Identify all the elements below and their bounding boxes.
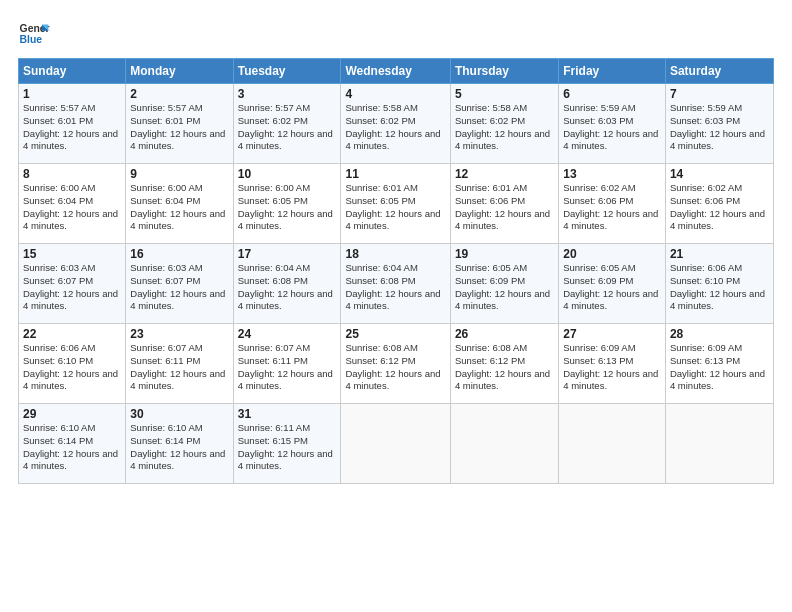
calendar-cell <box>559 404 666 484</box>
svg-text:Blue: Blue <box>20 34 43 45</box>
calendar-cell <box>665 404 773 484</box>
calendar-cell: 12Sunrise: 6:01 AMSunset: 6:06 PMDayligh… <box>450 164 558 244</box>
calendar-cell: 10Sunrise: 6:00 AMSunset: 6:05 PMDayligh… <box>233 164 341 244</box>
day-number: 27 <box>563 327 661 341</box>
calendar-cell: 27Sunrise: 6:09 AMSunset: 6:13 PMDayligh… <box>559 324 666 404</box>
day-number: 5 <box>455 87 554 101</box>
header-monday: Monday <box>126 59 233 84</box>
calendar-cell: 19Sunrise: 6:05 AMSunset: 6:09 PMDayligh… <box>450 244 558 324</box>
day-number: 24 <box>238 327 337 341</box>
week-row-3: 15Sunrise: 6:03 AMSunset: 6:07 PMDayligh… <box>19 244 774 324</box>
day-number: 18 <box>345 247 445 261</box>
day-number: 23 <box>130 327 228 341</box>
day-number: 31 <box>238 407 337 421</box>
day-info: Sunrise: 6:10 AMSunset: 6:14 PMDaylight:… <box>23 422 121 473</box>
calendar-cell <box>450 404 558 484</box>
day-info: Sunrise: 6:08 AMSunset: 6:12 PMDaylight:… <box>455 342 554 393</box>
header-tuesday: Tuesday <box>233 59 341 84</box>
calendar-cell: 29Sunrise: 6:10 AMSunset: 6:14 PMDayligh… <box>19 404 126 484</box>
day-info: Sunrise: 5:57 AMSunset: 6:01 PMDaylight:… <box>130 102 228 153</box>
day-number: 2 <box>130 87 228 101</box>
day-number: 7 <box>670 87 769 101</box>
calendar-cell: 9Sunrise: 6:00 AMSunset: 6:04 PMDaylight… <box>126 164 233 244</box>
day-info: Sunrise: 5:59 AMSunset: 6:03 PMDaylight:… <box>670 102 769 153</box>
day-number: 9 <box>130 167 228 181</box>
week-row-5: 29Sunrise: 6:10 AMSunset: 6:14 PMDayligh… <box>19 404 774 484</box>
day-info: Sunrise: 6:02 AMSunset: 6:06 PMDaylight:… <box>670 182 769 233</box>
day-number: 11 <box>345 167 445 181</box>
day-info: Sunrise: 6:08 AMSunset: 6:12 PMDaylight:… <box>345 342 445 393</box>
day-number: 10 <box>238 167 337 181</box>
calendar-page: General Blue SundayMondayTuesdayWednesda… <box>0 0 792 612</box>
day-info: Sunrise: 6:07 AMSunset: 6:11 PMDaylight:… <box>130 342 228 393</box>
calendar-cell: 5Sunrise: 5:58 AMSunset: 6:02 PMDaylight… <box>450 84 558 164</box>
day-info: Sunrise: 5:57 AMSunset: 6:01 PMDaylight:… <box>23 102 121 153</box>
day-info: Sunrise: 6:00 AMSunset: 6:05 PMDaylight:… <box>238 182 337 233</box>
calendar-cell: 18Sunrise: 6:04 AMSunset: 6:08 PMDayligh… <box>341 244 450 324</box>
calendar-cell: 17Sunrise: 6:04 AMSunset: 6:08 PMDayligh… <box>233 244 341 324</box>
day-info: Sunrise: 5:59 AMSunset: 6:03 PMDaylight:… <box>563 102 661 153</box>
calendar-cell: 21Sunrise: 6:06 AMSunset: 6:10 PMDayligh… <box>665 244 773 324</box>
week-row-2: 8Sunrise: 6:00 AMSunset: 6:04 PMDaylight… <box>19 164 774 244</box>
calendar-cell: 11Sunrise: 6:01 AMSunset: 6:05 PMDayligh… <box>341 164 450 244</box>
day-info: Sunrise: 6:02 AMSunset: 6:06 PMDaylight:… <box>563 182 661 233</box>
calendar-cell: 14Sunrise: 6:02 AMSunset: 6:06 PMDayligh… <box>665 164 773 244</box>
calendar-cell: 23Sunrise: 6:07 AMSunset: 6:11 PMDayligh… <box>126 324 233 404</box>
day-number: 3 <box>238 87 337 101</box>
day-number: 16 <box>130 247 228 261</box>
day-number: 26 <box>455 327 554 341</box>
day-number: 6 <box>563 87 661 101</box>
calendar-table: SundayMondayTuesdayWednesdayThursdayFrid… <box>18 58 774 484</box>
header: General Blue <box>18 18 774 50</box>
day-info: Sunrise: 5:58 AMSunset: 6:02 PMDaylight:… <box>345 102 445 153</box>
day-number: 1 <box>23 87 121 101</box>
calendar-cell: 25Sunrise: 6:08 AMSunset: 6:12 PMDayligh… <box>341 324 450 404</box>
day-info: Sunrise: 6:03 AMSunset: 6:07 PMDaylight:… <box>23 262 121 313</box>
calendar-header: SundayMondayTuesdayWednesdayThursdayFrid… <box>19 59 774 84</box>
calendar-cell: 15Sunrise: 6:03 AMSunset: 6:07 PMDayligh… <box>19 244 126 324</box>
day-info: Sunrise: 6:10 AMSunset: 6:14 PMDaylight:… <box>130 422 228 473</box>
day-number: 15 <box>23 247 121 261</box>
day-number: 19 <box>455 247 554 261</box>
day-number: 14 <box>670 167 769 181</box>
week-row-4: 22Sunrise: 6:06 AMSunset: 6:10 PMDayligh… <box>19 324 774 404</box>
day-info: Sunrise: 6:01 AMSunset: 6:05 PMDaylight:… <box>345 182 445 233</box>
calendar-cell: 6Sunrise: 5:59 AMSunset: 6:03 PMDaylight… <box>559 84 666 164</box>
day-number: 30 <box>130 407 228 421</box>
calendar-cell: 3Sunrise: 5:57 AMSunset: 6:02 PMDaylight… <box>233 84 341 164</box>
calendar-cell: 24Sunrise: 6:07 AMSunset: 6:11 PMDayligh… <box>233 324 341 404</box>
calendar-cell: 1Sunrise: 5:57 AMSunset: 6:01 PMDaylight… <box>19 84 126 164</box>
calendar-cell: 7Sunrise: 5:59 AMSunset: 6:03 PMDaylight… <box>665 84 773 164</box>
day-number: 13 <box>563 167 661 181</box>
calendar-cell: 22Sunrise: 6:06 AMSunset: 6:10 PMDayligh… <box>19 324 126 404</box>
day-info: Sunrise: 6:06 AMSunset: 6:10 PMDaylight:… <box>23 342 121 393</box>
day-number: 22 <box>23 327 121 341</box>
calendar-cell: 31Sunrise: 6:11 AMSunset: 6:15 PMDayligh… <box>233 404 341 484</box>
calendar-body: 1Sunrise: 5:57 AMSunset: 6:01 PMDaylight… <box>19 84 774 484</box>
day-info: Sunrise: 6:00 AMSunset: 6:04 PMDaylight:… <box>23 182 121 233</box>
calendar-cell: 8Sunrise: 6:00 AMSunset: 6:04 PMDaylight… <box>19 164 126 244</box>
day-number: 29 <box>23 407 121 421</box>
day-info: Sunrise: 5:58 AMSunset: 6:02 PMDaylight:… <box>455 102 554 153</box>
day-info: Sunrise: 6:05 AMSunset: 6:09 PMDaylight:… <box>455 262 554 313</box>
day-number: 4 <box>345 87 445 101</box>
day-info: Sunrise: 6:05 AMSunset: 6:09 PMDaylight:… <box>563 262 661 313</box>
day-number: 17 <box>238 247 337 261</box>
logo-icon: General Blue <box>18 18 50 50</box>
header-friday: Friday <box>559 59 666 84</box>
day-info: Sunrise: 6:01 AMSunset: 6:06 PMDaylight:… <box>455 182 554 233</box>
header-row: SundayMondayTuesdayWednesdayThursdayFrid… <box>19 59 774 84</box>
calendar-cell: 13Sunrise: 6:02 AMSunset: 6:06 PMDayligh… <box>559 164 666 244</box>
header-wednesday: Wednesday <box>341 59 450 84</box>
calendar-cell: 30Sunrise: 6:10 AMSunset: 6:14 PMDayligh… <box>126 404 233 484</box>
day-info: Sunrise: 6:04 AMSunset: 6:08 PMDaylight:… <box>238 262 337 313</box>
calendar-cell: 2Sunrise: 5:57 AMSunset: 6:01 PMDaylight… <box>126 84 233 164</box>
week-row-1: 1Sunrise: 5:57 AMSunset: 6:01 PMDaylight… <box>19 84 774 164</box>
day-number: 20 <box>563 247 661 261</box>
calendar-cell: 20Sunrise: 6:05 AMSunset: 6:09 PMDayligh… <box>559 244 666 324</box>
header-sunday: Sunday <box>19 59 126 84</box>
day-info: Sunrise: 6:00 AMSunset: 6:04 PMDaylight:… <box>130 182 228 233</box>
day-number: 25 <box>345 327 445 341</box>
day-info: Sunrise: 6:06 AMSunset: 6:10 PMDaylight:… <box>670 262 769 313</box>
calendar-cell: 16Sunrise: 6:03 AMSunset: 6:07 PMDayligh… <box>126 244 233 324</box>
